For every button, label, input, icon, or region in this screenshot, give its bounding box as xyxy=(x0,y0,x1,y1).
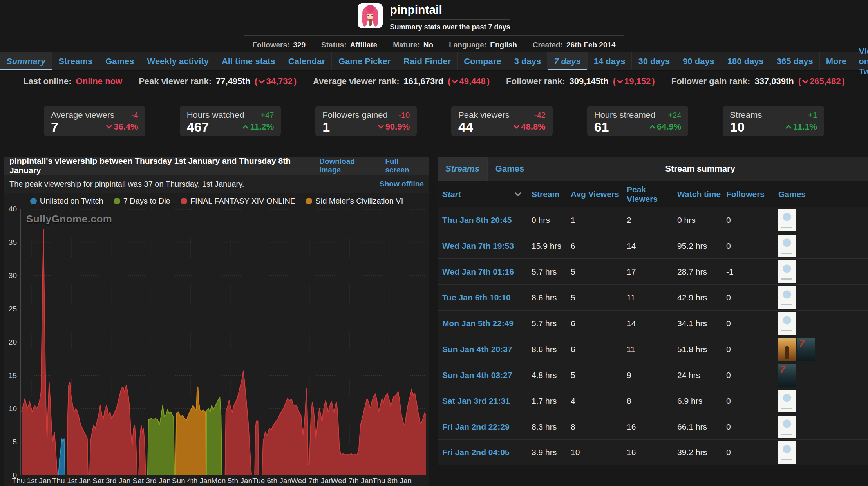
chevron-down-icon xyxy=(617,79,623,84)
game-thumb-ffxiv[interactable] xyxy=(778,260,796,283)
nav-tool-compare[interactable]: Compare xyxy=(458,52,508,70)
column-header-games[interactable]: Games xyxy=(778,190,868,199)
cell-followers: 0 xyxy=(726,396,778,406)
card-label: Average viewers xyxy=(51,110,114,120)
full-screen-link[interactable]: Full screen xyxy=(385,157,424,174)
status-item-average-viewer-rank: Average viewer rank: 161,673rd( 49,448) xyxy=(313,76,490,87)
stream-start-link[interactable]: Wed Jan 7th 01:16 xyxy=(442,267,532,276)
card-delta: +47 xyxy=(260,111,274,120)
nav-range-30-days[interactable]: 30 days xyxy=(632,52,676,70)
game-thumb-ffxiv[interactable] xyxy=(778,312,796,335)
nav-tool-raid-finder[interactable]: Raid Finder xyxy=(397,52,458,70)
area-segment-sid-meier-s-civilization-vi xyxy=(175,387,206,475)
stream-start-link[interactable]: Mon Jan 5th 22:49 xyxy=(442,319,532,328)
x-axis-label: Tue 6th Jan xyxy=(252,477,291,485)
cell-followers: 0 xyxy=(726,241,778,251)
cell-followers: -1 xyxy=(726,267,778,276)
cell-peak-viewers: 9 xyxy=(627,370,677,380)
cell-peak-viewers: 14 xyxy=(627,319,677,328)
status-value: 77,495th xyxy=(216,76,250,87)
cell-followers: 0 xyxy=(726,422,778,432)
stream-start-link[interactable]: Sat Jan 3rd 21:31 xyxy=(442,396,532,406)
status-item-peak-viewer-rank: Peak viewer rank: 77,495th( 34,732) xyxy=(139,76,297,87)
column-header-peak-viewers[interactable]: Peak Viewers xyxy=(627,185,677,204)
card-value: 10 xyxy=(730,120,745,134)
column-header-start[interactable]: Start xyxy=(442,190,532,199)
nav-tab-summary[interactable]: Summary xyxy=(0,52,52,70)
column-header-watch-time[interactable]: Watch time xyxy=(677,190,726,199)
table-tab-games[interactable]: Games xyxy=(488,157,532,181)
game-thumb-ffxiv[interactable] xyxy=(778,441,796,464)
table-body: Thu Jan 8th 20:45 0 hrs 1 2 0 hrs 0 Wed … xyxy=(438,207,868,465)
game-thumb-ffxiv[interactable] xyxy=(778,286,796,309)
stream-start-link[interactable]: Thu Jan 8th 20:45 xyxy=(442,215,532,225)
nav-tab-all-time-stats[interactable]: All time stats xyxy=(215,52,282,70)
table-tab-streams[interactable]: Streams xyxy=(438,157,488,181)
legend-item-7-days-to-die[interactable]: 7 Days to Die xyxy=(114,197,170,206)
info-value: 26th Feb 2014 xyxy=(566,41,616,52)
cell-watch-time: 42.9 hrs xyxy=(677,293,726,302)
nav-tab-games[interactable]: Games xyxy=(99,52,141,70)
stream-start-link[interactable]: Fri Jan 2nd 04:05 xyxy=(442,448,532,457)
card-value: 1 xyxy=(322,120,330,134)
nav-range-7-days[interactable]: 7 days xyxy=(548,52,588,70)
column-header-avg-viewers[interactable]: Avg Viewers xyxy=(571,190,627,199)
status-value: 161,673rd xyxy=(404,76,444,87)
status-label: Last online: xyxy=(23,76,71,87)
nav-range-3-days[interactable]: 3 days xyxy=(508,52,548,70)
legend-item-unlisted-on-twitch[interactable]: Unlisted on Twitch xyxy=(30,197,103,206)
game-thumb-7dtd[interactable]: 7 xyxy=(778,364,796,387)
cell-followers: 0 xyxy=(726,370,778,380)
nav-tab-weekly-activity[interactable]: Weekly activity xyxy=(141,52,215,70)
viewership-area-chart xyxy=(21,209,426,475)
nav-tab-streams[interactable]: Streams xyxy=(52,52,99,70)
card-label: Hours watched xyxy=(187,110,244,120)
game-thumb-ffxiv[interactable] xyxy=(778,209,796,231)
game-thumb-ffxiv[interactable] xyxy=(778,390,796,412)
game-thumb-ffxiv[interactable] xyxy=(778,235,796,257)
table-row: Wed Jan 7th 19:53 15.9 hrs 6 14 95.2 hrs… xyxy=(438,233,868,258)
nav-range-more[interactable]: More xyxy=(820,52,854,70)
game-thumb-civ6[interactable] xyxy=(778,338,796,361)
table-row: Fri Jan 2nd 22:29 8.3 hrs 8 16 66.1 hrs … xyxy=(438,414,868,439)
game-thumb-7dtd[interactable]: 7 xyxy=(797,338,815,361)
x-axis-label: Mon 5th Jan xyxy=(211,477,252,485)
cell-watch-time: 24 hrs xyxy=(677,370,726,380)
cell-avg-viewers: 6 xyxy=(571,345,627,354)
nav-range-14-days[interactable]: 14 days xyxy=(588,52,632,70)
nav-range-365-days[interactable]: 365 days xyxy=(770,52,820,70)
card-percent: 90.9% xyxy=(378,122,410,132)
download-image-link[interactable]: Download image xyxy=(319,157,377,174)
column-header-stream[interactable]: Stream xyxy=(532,190,571,199)
nav-range-180-days[interactable]: 180 days xyxy=(721,52,770,70)
stream-start-link[interactable]: Sun Jan 4th 20:37 xyxy=(442,345,532,354)
nav-tab-calendar[interactable]: Calendar xyxy=(282,52,332,70)
nav-tool-game-picker[interactable]: Game Picker xyxy=(332,52,397,70)
stream-start-link[interactable]: Fri Jan 2nd 22:29 xyxy=(442,422,532,432)
area-segment-final-fantasy-xiv-online xyxy=(67,382,88,475)
view-on-twitch-link[interactable]: View on Twitch xyxy=(853,52,868,70)
card-label: Followers gained xyxy=(322,110,387,120)
chart-legend: Unlisted on Twitch 7 Days to Die FINAL F… xyxy=(4,193,429,209)
nav-range-90-days[interactable]: 90 days xyxy=(676,52,721,70)
cell-stream-duration: 8.6 hrs xyxy=(532,345,571,354)
stream-start-link[interactable]: Wed Jan 7th 19:53 xyxy=(442,241,532,251)
info-label: Mature: xyxy=(393,41,420,52)
legend-item-sid-meier-s-civilization-vi[interactable]: Sid Meier's Civilization VI xyxy=(306,197,403,206)
column-header-followers[interactable]: Followers xyxy=(726,190,778,199)
stream-start-link[interactable]: Sun Jan 4th 03:27 xyxy=(442,370,532,380)
card-percent: 48.8% xyxy=(514,122,545,132)
table-header: Start StreamAvg ViewersPeak ViewersWatch… xyxy=(438,181,868,207)
table-row: Sun Jan 4th 03:27 4.8 hrs 5 9 24 hrs 0 7 xyxy=(438,362,868,388)
view-on-twitch-label: View on Twitch xyxy=(859,46,868,77)
stream-start-link[interactable]: Tue Jan 6th 10:10 xyxy=(442,293,532,302)
show-offline-link[interactable]: Show offline xyxy=(380,180,424,188)
game-thumb-ffxiv[interactable] xyxy=(778,416,796,438)
legend-label: Sid Meier's Civilization VI xyxy=(315,197,403,206)
status-label: Follower rank: xyxy=(506,76,565,87)
cell-games xyxy=(778,209,868,231)
y-axis-label: 30 xyxy=(9,271,17,280)
legend-item-final-fantasy-xiv-online[interactable]: FINAL FANTASY XIV ONLINE xyxy=(181,197,296,206)
table-row: Sat Jan 3rd 21:31 1.7 hrs 4 8 6.9 hrs 0 xyxy=(438,388,868,414)
status-value: Online now xyxy=(76,76,123,87)
